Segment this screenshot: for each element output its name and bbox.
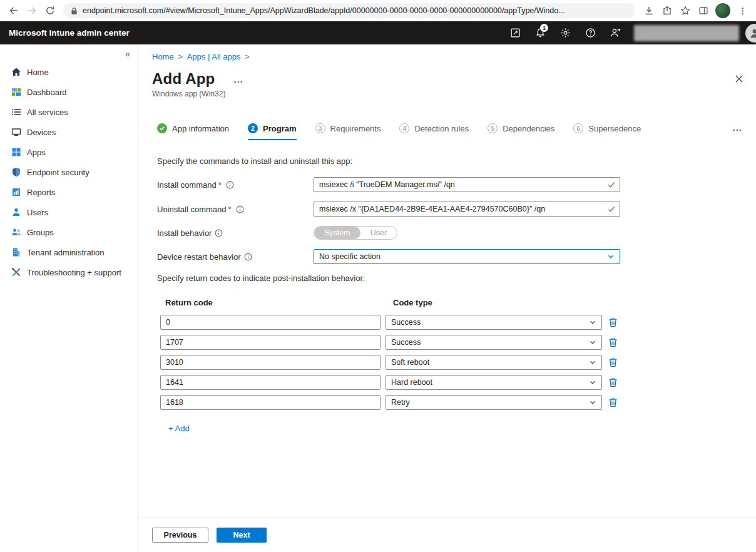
code-type-dropdown[interactable]: Retry bbox=[386, 395, 602, 410]
dashboard-icon bbox=[11, 87, 21, 97]
sidebar-item-all-services[interactable]: All services bbox=[0, 102, 138, 122]
step-label: Program bbox=[263, 124, 296, 133]
step-number: 6 bbox=[573, 123, 583, 133]
app-title[interactable]: Microsoft Intune admin center bbox=[9, 28, 130, 38]
return-code-row: Retry bbox=[160, 395, 756, 410]
valid-check-icon bbox=[607, 205, 616, 213]
step-number: 3 bbox=[315, 123, 325, 133]
delete-row-icon[interactable] bbox=[608, 357, 618, 367]
step-number: 2 bbox=[248, 123, 258, 133]
code-type-dropdown[interactable]: Hard reboot bbox=[386, 375, 602, 390]
install-command-input[interactable] bbox=[314, 177, 620, 192]
return-code-input[interactable] bbox=[160, 375, 381, 390]
previous-button[interactable]: Previous bbox=[152, 528, 208, 543]
feedback-icon[interactable] bbox=[603, 21, 628, 44]
sidebar-item-label: All services bbox=[27, 108, 68, 117]
close-icon[interactable] bbox=[732, 72, 746, 86]
delete-row-icon[interactable] bbox=[608, 337, 618, 347]
sidebar-item-label: Users bbox=[27, 208, 48, 217]
wizard-steps: App information 2 Program 3 Requirements… bbox=[152, 123, 756, 140]
wizard-step-app-information[interactable]: App information bbox=[157, 123, 229, 139]
return-codes-table: Return code Code type Success Success bbox=[152, 298, 756, 434]
sidebar-item-users[interactable]: Users bbox=[0, 202, 138, 222]
step-label: Requirements bbox=[330, 124, 381, 133]
wizard-step-program[interactable]: 2 Program bbox=[248, 123, 296, 140]
page-context-menu-icon[interactable]: ... bbox=[233, 74, 243, 84]
sidebar-item-reports[interactable]: Reports bbox=[0, 182, 138, 202]
sidebar-item-endpoint-security[interactable]: Endpoint security bbox=[0, 162, 138, 182]
delete-row-icon[interactable] bbox=[608, 377, 618, 387]
install-command-label: Install command* bbox=[157, 180, 314, 190]
refresh-icon[interactable] bbox=[41, 3, 58, 19]
sidebar-collapse-button[interactable]: « bbox=[125, 48, 130, 59]
sidebar-item-groups[interactable]: Groups bbox=[0, 222, 138, 242]
delete-row-icon[interactable] bbox=[608, 397, 618, 407]
return-code-input[interactable] bbox=[160, 395, 381, 410]
user-icon bbox=[11, 207, 21, 217]
return-code-row: Hard reboot bbox=[160, 375, 756, 390]
address-bar[interactable]: endpoint.microsoft.com/#view/Microsoft_I… bbox=[63, 3, 635, 18]
bookmark-star-icon[interactable] bbox=[677, 3, 693, 19]
uninstall-command-input[interactable] bbox=[314, 202, 620, 217]
breadcrumb-home[interactable]: Home bbox=[152, 52, 174, 61]
side-panel-icon[interactable] bbox=[695, 3, 712, 19]
chevron-down-icon bbox=[589, 359, 596, 366]
help-icon[interactable] bbox=[578, 21, 603, 44]
wizard-step-requirements[interactable]: 3 Requirements bbox=[315, 123, 381, 139]
page-title: Add App bbox=[152, 70, 215, 88]
apps-icon bbox=[11, 147, 21, 157]
steps-overflow-icon[interactable]: ... bbox=[732, 122, 742, 133]
main-panel: Home>Apps | All apps> Add App ... Window… bbox=[138, 44, 756, 552]
install-behavior-option-system[interactable]: System bbox=[314, 227, 360, 239]
uninstall-command-label: Uninstall command* bbox=[157, 205, 314, 214]
code-type-dropdown[interactable]: Soft reboot bbox=[386, 355, 602, 370]
sidebar-item-label: Devices bbox=[27, 128, 56, 137]
whats-new-icon[interactable] bbox=[503, 21, 528, 44]
return-code-input[interactable] bbox=[160, 355, 381, 370]
device-restart-dropdown[interactable]: No specific action bbox=[314, 249, 620, 264]
uninstall-command-row: Uninstall command* bbox=[157, 202, 756, 217]
sidebar-item-troubleshooting-support[interactable]: Troubleshooting + support bbox=[0, 262, 138, 282]
settings-gear-icon[interactable] bbox=[553, 21, 578, 44]
breadcrumb: Home>Apps | All apps> bbox=[152, 52, 756, 61]
browser-menu-icon[interactable] bbox=[734, 3, 751, 19]
building-icon bbox=[11, 247, 21, 257]
home-icon bbox=[11, 67, 21, 77]
code-type-dropdown[interactable]: Success bbox=[386, 335, 602, 350]
chevron-down-icon bbox=[589, 339, 596, 346]
shield-icon bbox=[11, 167, 21, 177]
wizard-step-dependencies[interactable]: 5 Dependencies bbox=[488, 123, 554, 139]
wizard-step-detection-rules[interactable]: 4 Detection rules bbox=[399, 123, 469, 139]
code-type-dropdown[interactable]: Success bbox=[386, 315, 602, 330]
sidebar-item-dashboard[interactable]: Dashboard bbox=[0, 82, 138, 102]
account-avatar[interactable] bbox=[745, 24, 756, 43]
install-behavior-toggle[interactable]: System User bbox=[314, 226, 397, 240]
sidebar-item-apps[interactable]: Apps bbox=[0, 142, 138, 162]
lock-icon bbox=[71, 7, 78, 15]
sidebar-item-devices[interactable]: Devices bbox=[0, 122, 138, 142]
forward-icon[interactable] bbox=[23, 3, 40, 19]
browser-profile-avatar[interactable] bbox=[715, 3, 730, 18]
breadcrumb-all-apps[interactable]: Apps | All apps bbox=[187, 52, 241, 61]
next-button[interactable]: Next bbox=[217, 528, 267, 543]
notifications-bell-icon[interactable]: 1 bbox=[528, 21, 553, 44]
back-icon[interactable] bbox=[5, 3, 22, 19]
download-icon[interactable] bbox=[640, 3, 657, 19]
return-code-input[interactable] bbox=[160, 335, 381, 350]
sidebar-item-home[interactable]: Home bbox=[0, 62, 138, 82]
delete-row-icon[interactable] bbox=[608, 317, 618, 327]
info-icon bbox=[236, 205, 244, 213]
sidebar-item-label: Endpoint security bbox=[27, 168, 89, 177]
return-code-input[interactable] bbox=[160, 315, 381, 330]
reports-icon bbox=[11, 187, 21, 197]
valid-check-icon bbox=[607, 180, 616, 189]
sidebar-item-label: Reports bbox=[27, 188, 56, 197]
share-icon[interactable] bbox=[658, 3, 675, 19]
install-command-row: Install command* bbox=[157, 177, 756, 192]
sidebar-item-tenant-administration[interactable]: Tenant administration bbox=[0, 242, 138, 262]
all-services-icon bbox=[11, 107, 21, 117]
wizard-step-supersedence[interactable]: 6 Supersedence bbox=[573, 123, 641, 139]
install-behavior-option-user[interactable]: User bbox=[360, 227, 397, 239]
add-return-code-link[interactable]: + Add bbox=[168, 424, 190, 433]
step-label: Detection rules bbox=[414, 124, 469, 133]
